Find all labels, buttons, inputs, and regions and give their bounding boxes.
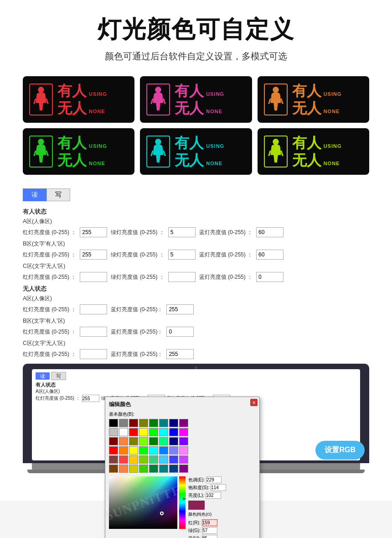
svg-line-16 xyxy=(268,151,270,156)
swatch-40[interactable] xyxy=(109,465,118,473)
swatch-17[interactable] xyxy=(119,437,128,445)
vacant-b-red-input[interactable] xyxy=(80,327,107,337)
swatch-41[interactable] xyxy=(119,465,128,473)
sat-input[interactable] xyxy=(211,484,226,491)
green-label-oc: 绿灯亮度值 (0-255) ： xyxy=(111,273,164,281)
occupied-row-cyan: 有人 USING xyxy=(175,136,224,150)
swatch-34[interactable] xyxy=(129,455,138,464)
spectrum-cursor xyxy=(160,512,164,515)
bright-row: 亮度(L): xyxy=(188,492,226,499)
swatch-25[interactable] xyxy=(119,446,128,454)
vacant-a-red-input[interactable] xyxy=(80,304,107,314)
swatch-43[interactable] xyxy=(139,465,148,473)
swatch-7[interactable] xyxy=(179,419,188,427)
occupied-a-red-input[interactable] xyxy=(80,227,107,237)
swatch-19[interactable] xyxy=(139,437,148,445)
swatch-33[interactable] xyxy=(119,455,128,464)
swatch-4[interactable] xyxy=(149,419,158,427)
occupied-b-blue-input[interactable] xyxy=(256,250,284,260)
occupied-a-blue-input[interactable] xyxy=(256,227,284,237)
swatch-30[interactable] xyxy=(169,446,178,454)
swatch-1[interactable] xyxy=(119,419,128,427)
blue-input[interactable] xyxy=(202,535,217,538)
swatch-36[interactable] xyxy=(149,455,158,464)
svg-point-9 xyxy=(38,139,44,145)
swatch-10[interactable] xyxy=(129,428,138,436)
color-swatches xyxy=(109,419,256,473)
swatch-12[interactable] xyxy=(149,428,158,436)
basic-colors-label: 基本颜色(B): xyxy=(109,411,256,418)
occupied-row-green: 有人 USING xyxy=(57,136,107,150)
vacant-c-red-input[interactable] xyxy=(80,349,107,359)
occupied-a-green-input[interactable] xyxy=(168,227,196,237)
swatch-8[interactable] xyxy=(109,428,118,436)
vacant-a-blue-input[interactable] xyxy=(166,304,194,314)
occupied-b-red-input[interactable] xyxy=(80,250,107,260)
green-input[interactable] xyxy=(202,527,217,534)
swatch-32[interactable] xyxy=(109,455,118,464)
spectrum-canvas[interactable]: SUNPNiTTE xyxy=(109,476,177,529)
swatch-20[interactable] xyxy=(149,437,158,445)
close-icon[interactable]: ✕ xyxy=(250,399,258,406)
swatch-44[interactable] xyxy=(149,465,158,473)
swatch-16[interactable] xyxy=(109,437,118,445)
swatch-38[interactable] xyxy=(169,455,178,464)
vacant-char-lime: 无人 xyxy=(292,153,321,167)
sw-tab-row: 读 写 xyxy=(36,373,356,380)
vacant-row-orange: 无人 NONE xyxy=(292,101,342,115)
swatch-39[interactable] xyxy=(179,455,188,464)
main-title: 灯光颜色可自定义 xyxy=(18,14,374,46)
occupied-c-green-input[interactable] xyxy=(168,272,196,282)
swatch-23[interactable] xyxy=(179,437,188,445)
set-rgb-button[interactable]: 设置RGB xyxy=(315,441,365,460)
occupied-b-green-input[interactable] xyxy=(168,250,196,260)
swatch-2[interactable] xyxy=(129,419,138,427)
swatch-9[interactable] xyxy=(119,428,128,436)
swatch-22[interactable] xyxy=(169,437,178,445)
swatch-29[interactable] xyxy=(159,446,168,454)
red-label-ob: 红灯亮度值 (0-255) ： xyxy=(23,251,76,259)
laptop-area: 无人状态 A区(人像区) 红灯亮度值 (0-255) ： 蓝灯亮度值 (0-25… xyxy=(23,285,369,473)
swatch-28[interactable] xyxy=(149,446,158,454)
sign-card-green: 有人 USING 无人 NONE xyxy=(23,128,134,175)
swatch-37[interactable] xyxy=(159,455,168,464)
swatch-5[interactable] xyxy=(159,419,168,427)
swatch-21[interactable] xyxy=(159,437,168,445)
bright-input[interactable] xyxy=(206,492,221,499)
sw-occ-a-red[interactable] xyxy=(82,395,99,402)
swatch-15[interactable] xyxy=(179,428,188,436)
vacant-c-blue-input[interactable] xyxy=(166,349,194,359)
swatch-42[interactable] xyxy=(129,465,138,473)
swatch-35[interactable] xyxy=(139,455,148,464)
swatch-14[interactable] xyxy=(169,428,178,436)
swatch-47[interactable] xyxy=(179,465,188,473)
swatch-3[interactable] xyxy=(139,419,148,427)
swatch-26[interactable] xyxy=(129,446,138,454)
tab-write[interactable]: 写 xyxy=(46,188,70,201)
tab-read[interactable]: 读 xyxy=(23,188,46,201)
swatch-31[interactable] xyxy=(179,446,188,454)
vacant-b-blue-input[interactable] xyxy=(166,327,194,337)
occupied-c-red-input[interactable] xyxy=(80,272,107,282)
swatch-11[interactable] xyxy=(139,428,148,436)
swatch-46[interactable] xyxy=(169,465,178,473)
vacant-sub-lime: NONE xyxy=(324,161,340,166)
swatch-45[interactable] xyxy=(159,465,168,473)
sign-text-lime: 有人 USING 无人 NONE xyxy=(292,136,342,167)
hue-slider[interactable] xyxy=(179,476,186,529)
swatch-18[interactable] xyxy=(129,437,138,445)
occupied-config: 有人状态 A区(人像区) 红灯亮度值 (0-255) ： 绿灯亮度值 (0-25… xyxy=(23,208,369,282)
tone-input[interactable] xyxy=(206,476,222,483)
swatch-6[interactable] xyxy=(169,419,178,427)
swatch-27[interactable] xyxy=(139,446,148,454)
laptop-screen: 读 写 有人状态 A区(人像区) 红灯亮度值 (0-255) ： 绿灯亮度值 (… xyxy=(32,369,360,460)
swatch-24[interactable] xyxy=(109,446,118,454)
swatch-0[interactable] xyxy=(109,419,118,427)
vacant-char-orange: 无人 xyxy=(292,101,321,115)
red-input[interactable] xyxy=(202,519,217,526)
swatch-13[interactable] xyxy=(159,428,168,436)
occupied-c-blue-input[interactable] xyxy=(256,272,284,282)
sw-tab-write[interactable]: 写 xyxy=(51,372,66,380)
person-icon-cyan xyxy=(146,136,170,167)
sw-tab-read[interactable]: 读 xyxy=(36,372,50,380)
